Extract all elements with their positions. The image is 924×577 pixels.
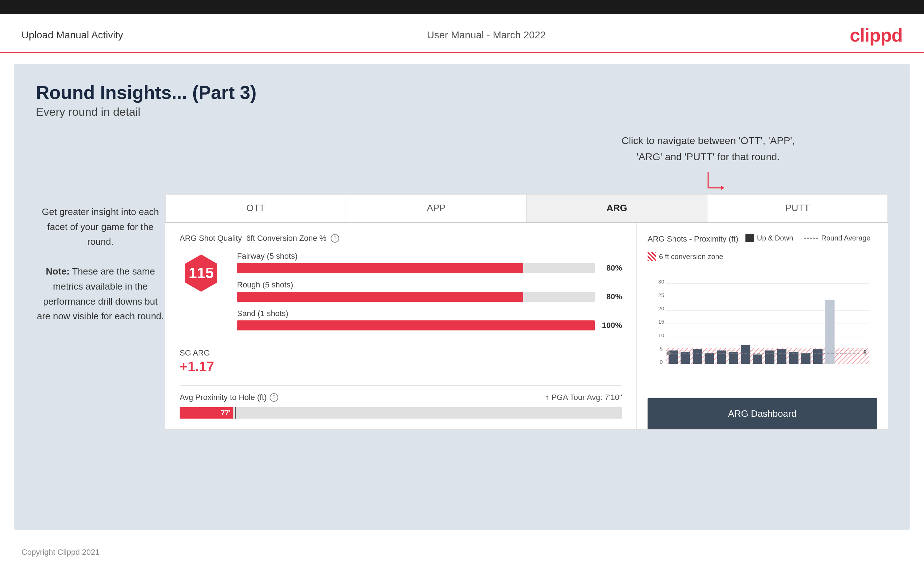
legend-conversion-label: 6 ft conversion zone [659, 253, 723, 261]
sg-label: SG ARG [179, 348, 622, 358]
svg-marker-2 [721, 185, 724, 190]
bar-pct-sand: 100% [601, 321, 622, 330]
chart-title: ARG Shots - Proximity (ft) [648, 234, 738, 244]
svg-rect-27 [753, 355, 762, 364]
legend-roundavg: Round Average [804, 234, 871, 242]
bars-section: Fairway (5 shots) 80% Ro [237, 251, 622, 338]
proximity-cursor [235, 407, 236, 419]
manual-date-label: User Manual - March 2022 [427, 29, 546, 41]
dashboard-card: OTT APP ARG PUTT ARG Shot Quality 6ft Co… [165, 194, 888, 430]
pga-avg-label: ↑ PGA Tour Avg: 7'10" [545, 393, 622, 402]
main-content: Round Insights... (Part 3) Every round i… [15, 64, 909, 530]
right-panel: ARG Shots - Proximity (ft) Up & Down Rou… [637, 223, 888, 429]
content-layout: Get greater insight into each facet of y… [36, 133, 888, 430]
svg-text:20: 20 [658, 305, 664, 311]
arg-dashboard-button[interactable]: ARG Dashboard [648, 398, 877, 429]
info-icon[interactable]: ? [331, 234, 339, 243]
svg-rect-25 [729, 352, 738, 364]
bar-fill-fairway [237, 263, 523, 273]
svg-point-35 [667, 351, 670, 355]
svg-text:25: 25 [658, 292, 664, 298]
left-description: Get greater insight into each facet of y… [36, 133, 165, 430]
proximity-section: Avg Proximity to Hole (ft) ? ↑ PGA Tour … [179, 385, 622, 419]
clippd-logo: clippd [850, 24, 903, 46]
bar-pct-rough: 80% [601, 292, 622, 301]
card-body: ARG Shot Quality 6ft Conversion Zone % ? [165, 223, 888, 429]
left-desc-text1: Get greater insight into each facet of y… [42, 206, 159, 247]
proximity-info-icon[interactable]: ? [270, 393, 278, 402]
legend-conversion-row: 6 ft conversion zone [648, 252, 877, 261]
right-panel-header: ARG Shots - Proximity (ft) Up & Down Rou… [648, 234, 877, 248]
svg-text:15: 15 [658, 319, 664, 325]
svg-text:10: 10 [658, 332, 664, 338]
nav-hint-line1: Click to navigate between 'OTT', 'APP', [621, 133, 795, 149]
footer: Copyright Clippd 2021 [0, 540, 924, 564]
svg-rect-29 [777, 349, 786, 364]
bar-container-sand: 100% [237, 321, 622, 330]
left-panel: ARG Shot Quality 6ft Conversion Zone % ? [165, 223, 637, 429]
bar-track-rough [237, 292, 595, 302]
svg-rect-28 [765, 350, 774, 364]
svg-text:8: 8 [863, 349, 867, 356]
svg-rect-31 [801, 353, 810, 364]
tabs-container: OTT APP ARG PUTT [165, 194, 888, 223]
bar-row-sand: Sand (1 shots) 100% [237, 309, 622, 330]
proximity-title: Avg Proximity to Hole (ft) ? [179, 393, 278, 402]
note-label: Note: [46, 266, 69, 277]
shot-quality-label: ARG Shot Quality [179, 234, 242, 243]
page-title: Round Insights... (Part 3) [36, 82, 888, 103]
card-area: Click to navigate between 'OTT', 'APP', … [165, 133, 888, 430]
proximity-bar-fill: 77' [179, 407, 233, 419]
svg-rect-30 [789, 352, 798, 364]
svg-text:30: 30 [658, 279, 664, 285]
right-legend: Up & Down Round Average [745, 234, 871, 242]
bar-fill-sand [237, 321, 595, 330]
chart-area: 0 5 10 15 20 25 30 [648, 270, 877, 395]
svg-rect-32 [813, 349, 822, 364]
bar-row-fairway: Fairway (5 shots) 80% [237, 251, 622, 273]
svg-rect-26 [741, 345, 750, 364]
bar-label-sand: Sand (1 shots) [237, 309, 622, 318]
page-subtitle: Every round in detail [36, 105, 888, 119]
bar-pct-fairway: 80% [601, 263, 622, 273]
nav-hint-line2: 'ARG' and 'PUTT' for that round. [621, 149, 795, 165]
bar-track-sand [237, 321, 595, 330]
nav-hint-box: Click to navigate between 'OTT', 'APP', … [621, 133, 795, 190]
sg-section: SG ARG +1.17 [179, 348, 622, 374]
hex-number: 115 [189, 264, 214, 282]
hex-score: 115 [179, 251, 223, 295]
legend-updown: Up & Down [745, 234, 793, 242]
svg-text:0: 0 [660, 359, 662, 365]
tab-arg[interactable]: ARG [527, 194, 708, 222]
bar-container-fairway: 80% [237, 263, 622, 273]
tab-ott[interactable]: OTT [165, 194, 346, 222]
svg-rect-22 [693, 349, 702, 364]
legend-hatched-icon [648, 252, 656, 261]
svg-rect-23 [704, 353, 714, 364]
bar-label-fairway: Fairway (5 shots) [237, 251, 622, 261]
proximity-bar-track: 77' [179, 407, 622, 419]
bar-row-rough: Rough (5 shots) 80% [237, 280, 622, 302]
legend-roundavg-label: Round Average [821, 234, 871, 242]
hint-area: Click to navigate between 'OTT', 'APP', … [165, 133, 888, 190]
header: Upload Manual Activity User Manual - Mar… [0, 15, 924, 52]
legend-updown-icon [745, 234, 754, 242]
svg-text:5: 5 [660, 345, 662, 351]
sg-value: +1.17 [179, 359, 622, 374]
bar-container-rough: 80% [237, 292, 622, 302]
proximity-value: 77' [221, 409, 231, 417]
tab-putt[interactable]: PUTT [707, 194, 888, 222]
header-divider [0, 52, 924, 53]
nav-arrow-icon [704, 168, 733, 197]
tab-app[interactable]: APP [346, 194, 527, 222]
bar-label-rough: Rough (5 shots) [237, 280, 622, 290]
proximity-header: Avg Proximity to Hole (ft) ? ↑ PGA Tour … [179, 393, 622, 402]
legend-updown-label: Up & Down [757, 234, 793, 242]
svg-rect-24 [717, 350, 726, 364]
upload-manual-label: Upload Manual Activity [21, 29, 123, 41]
svg-rect-33 [825, 300, 834, 364]
panel-header: ARG Shot Quality 6ft Conversion Zone % ? [179, 234, 622, 243]
top-bar [0, 0, 924, 15]
bar-track-fairway [237, 263, 595, 273]
proximity-chart: 0 5 10 15 20 25 30 [648, 270, 877, 371]
